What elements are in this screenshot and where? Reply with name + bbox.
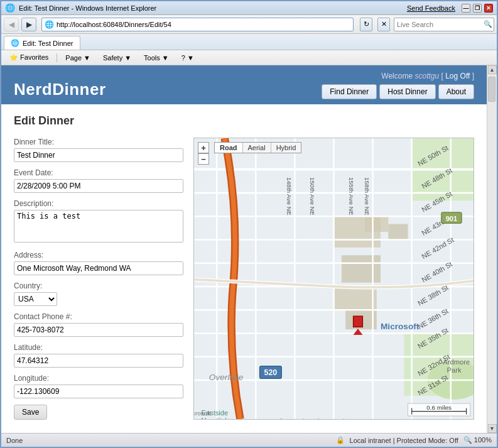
svg-rect-8 [365,216,388,232]
country-select[interactable]: USA UK Canada [14,292,57,306]
address-input[interactable] [57,21,350,28]
event-date-input[interactable] [14,179,183,193]
security-lock-icon: 🔒 [336,436,345,444]
svg-text:© 2009 Microsoft Corporation: © 2009 Microsoft Corporation [279,418,351,419]
menu-divider [57,53,57,62]
tab-bar: 🌐 Edit: Test Dinner [1,34,497,50]
event-date-label: Event Date: [14,168,183,177]
scroll-thumb[interactable] [488,77,495,102]
description-textarea[interactable]: This is a test [14,210,183,243]
main-content: Edit Dinner Dinner Title: Event Date: [1,104,487,430]
site-header: NerdDinner Welcome scottgu [ Log Off ] F… [1,65,487,104]
svg-text:150th Ave NE: 150th Ave NE [309,177,316,216]
address-label: Address: [14,251,183,260]
form-map-container: Dinner Title: Event Date: Description: T… [14,138,474,420]
description-group: Description: This is a test [14,199,183,244]
address-bar-container: 🌐 [41,18,354,31]
map-type-bar: Road Aerial Hybrid [214,142,301,153]
country-label: Country: [14,281,183,290]
svg-rect-52 [354,316,363,327]
map-type-road[interactable]: Road [215,143,243,153]
scroll-down-button[interactable]: ▼ [488,424,497,433]
window-title: Edit: Test Dinner - Windows Internet Exp… [19,4,156,12]
search-input[interactable] [397,21,484,28]
svg-text:158th Ave NE: 158th Ave NE [364,177,371,216]
svg-text:Virtual Earth: Virtual Earth [194,417,220,419]
search-button[interactable]: 🔍 [484,20,492,28]
address-group: Address: [14,251,183,275]
page-area: NerdDinner Welcome scottgu [ Log Off ] F… [1,65,497,433]
search-container: 🔍 [394,18,494,31]
zoom-in-button[interactable]: + [198,142,209,153]
svg-text:148th Ave NE: 148th Ave NE [286,177,293,216]
edit-form: Dinner Title: Event Date: Description: T… [14,138,183,420]
browser-tab[interactable]: 🌐 Edit: Test Dinner [4,36,80,50]
latitude-input[interactable] [14,354,183,368]
host-dinner-button[interactable]: Host Dinner [379,84,435,99]
tab-icon: 🌐 [11,39,19,47]
minimize-button[interactable]: — [462,4,470,13]
scroll-track [487,74,497,424]
close-button[interactable]: ✕ [484,4,493,13]
svg-text:155th Ave NE: 155th Ave NE [348,177,355,216]
map-type-aerial[interactable]: Aerial [243,143,271,153]
menu-item-safety[interactable]: Safety ▼ [97,52,137,63]
description-label: Description: [14,199,183,208]
map-type-hybrid[interactable]: Hybrid [271,143,301,153]
contact-phone-input[interactable] [14,323,183,337]
header-right: Welcome scottgu [ Log Off ] Find Dinner … [322,72,474,99]
status-text: Done [6,437,23,444]
country-group: Country: USA UK Canada [14,281,183,306]
site-title: NerdDinner [14,80,106,99]
svg-text:Microsoft: Microsoft [381,322,420,331]
svg-text:0.6 miles: 0.6 miles [426,404,452,411]
page-title: Edit Dinner [14,114,474,128]
scroll-up-button[interactable]: ▲ [488,65,497,74]
menu-bar: ⭐ Favorites Page ▼ Safety ▼ Tools ▼ ? ▼ [1,50,497,65]
svg-text:Overlake: Overlake [209,373,244,382]
svg-text:520: 520 [264,368,278,377]
zoom-level: 🔍 100% [463,436,492,444]
longitude-input[interactable] [14,385,183,398]
send-feedback-link[interactable]: Send Feedback [407,4,455,12]
status-bar: Done 🔒 Local intranet | Protected Mode: … [1,433,497,447]
dinner-title-label: Dinner Title: [14,138,183,146]
contact-phone-group: Contact Phone #: [14,312,183,337]
svg-text:Park: Park [447,366,462,374]
refresh-button[interactable]: ↻ [360,18,372,31]
zoom-out-button[interactable]: − [198,153,209,165]
svg-text:Ardmore: Ardmore [443,358,470,366]
svg-rect-6 [334,287,377,310]
title-bar: 🌐 Edit: Test Dinner - Windows Internet E… [1,1,497,15]
page-content: NerdDinner Welcome scottgu [ Log Off ] F… [1,65,487,433]
restore-button[interactable]: ❐ [473,4,482,13]
tab-label: Edit: Test Dinner [23,40,73,47]
menu-item-page[interactable]: Page ▼ [60,52,96,63]
favorites-star-icon[interactable]: ⭐ Favorites [4,52,54,63]
event-date-group: Event Date: [14,168,183,193]
dinner-title-input[interactable] [14,148,183,162]
welcome-text: Welcome scottgu [ Log Off ] [381,72,474,80]
stop-button[interactable]: ✕ [377,18,390,31]
find-dinner-button[interactable]: Find Dinner [322,84,377,99]
about-button[interactable]: About [438,84,474,99]
nav-buttons: Find Dinner Host Dinner About [322,84,474,99]
svg-text:Microsoft: Microsoft [194,410,211,417]
logoff-link[interactable]: Log Off [445,72,470,80]
ie-logo-icon: 🌐 [5,3,15,13]
menu-item-tools[interactable]: Tools ▼ [138,52,175,63]
map-zoom-controls: + − [198,142,209,165]
dinner-title-group: Dinner Title: [14,138,183,162]
contact-phone-label: Contact Phone #: [14,312,183,321]
map-section: + − Road Aerial Hybrid [193,138,474,420]
longitude-label: Longitude: [14,374,183,383]
back-button[interactable]: ◀ [4,18,19,31]
address-input[interactable] [14,261,183,275]
browser-window: 🌐 Edit: Test Dinner - Windows Internet E… [0,0,498,448]
forward-button[interactable]: ▶ [21,18,36,31]
map-canvas: 520 NE 50th St NE 48th St NE 45th St NE … [194,138,474,419]
menu-item-help[interactable]: ? ▼ [176,52,200,63]
save-button[interactable]: Save [14,405,47,420]
vertical-scrollbar[interactable]: ▲ ▼ [487,65,497,433]
svg-rect-9 [388,224,408,240]
